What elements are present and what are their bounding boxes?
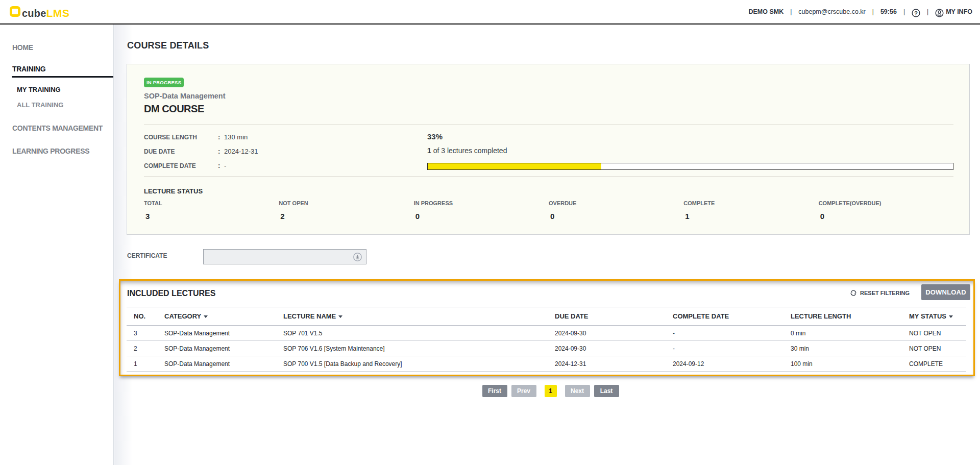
svg-text:?: ?: [914, 10, 918, 16]
